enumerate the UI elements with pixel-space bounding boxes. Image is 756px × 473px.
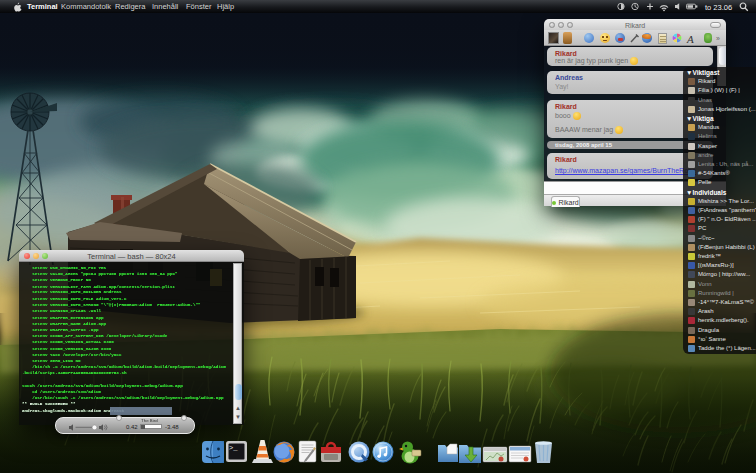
svg-text:to 23.06: to 23.06 [705,3,732,12]
svg-text:>_: >_ [229,444,238,452]
